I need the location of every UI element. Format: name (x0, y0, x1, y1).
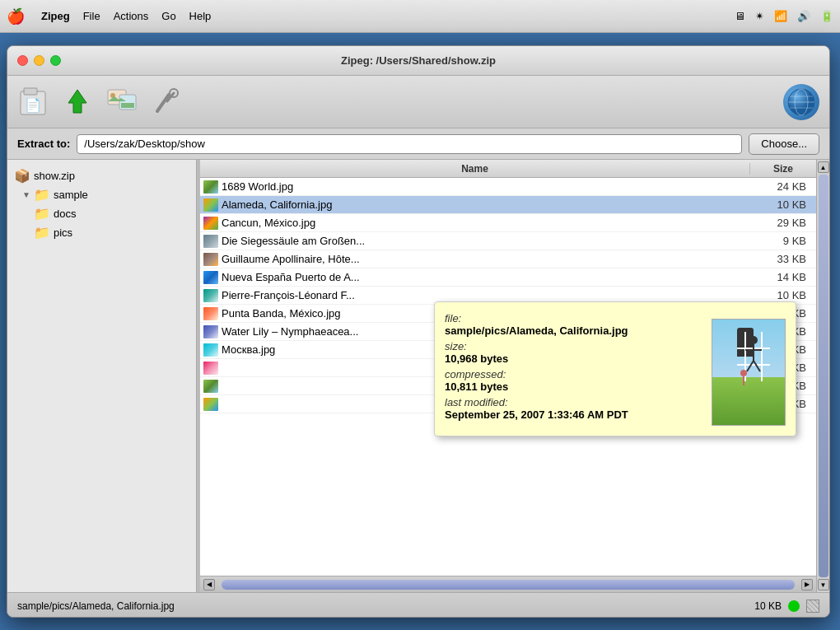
table-row[interactable]: Nueva España Puerto de A...14 KB (200, 268, 816, 287)
tools-icon (151, 86, 182, 118)
maximize-button[interactable] (50, 55, 61, 66)
menubar-help[interactable]: Help (189, 10, 212, 22)
table-row[interactable]: Die Siegessäule am Großen...9 KB (200, 232, 816, 250)
status-hatch (806, 600, 819, 613)
file-thumbnail (203, 380, 218, 393)
sidebar-pics-label: pics (54, 226, 72, 239)
tools-button[interactable] (151, 86, 182, 118)
table-row[interactable]: Alameda, California.jpg10 KB (200, 196, 816, 214)
sidebar-item-sample[interactable]: ▼ 📁 sample (11, 185, 193, 204)
file-name-label: Cancun, México.jpg (222, 217, 755, 229)
table-row[interactable]: Guillaume Apollinaire, Hôte...33 KB (200, 250, 816, 268)
tooltip-size-value: 10,968 bytes (445, 352, 703, 365)
wifi-icon: 📶 (774, 10, 787, 22)
file-name-label: Alameda, California.jpg (222, 198, 755, 211)
extract-bar: Extract to: /Users/zak/Desktop/show Choo… (7, 128, 829, 160)
file-thumbnail (203, 253, 218, 266)
battery-icon: 🔋 (820, 10, 833, 22)
sidebar-item-pics[interactable]: 📁 pics (11, 223, 193, 242)
svg-rect-8 (121, 103, 134, 108)
file-thumbnail (203, 362, 218, 375)
file-name-label: 1689 World.jpg (222, 180, 755, 193)
svg-point-26 (740, 370, 747, 376)
vertical-scrollbar[interactable]: ▲ ▼ (816, 160, 829, 592)
tooltip-preview (712, 319, 786, 426)
minimize-button[interactable] (34, 55, 44, 66)
svg-rect-1 (24, 88, 37, 95)
sidebar-docs-label: docs (54, 208, 76, 220)
svg-line-9 (157, 95, 169, 111)
file-name-label: Nueva España Puerto de A... (222, 271, 755, 283)
horizontal-scroll-track[interactable] (222, 580, 795, 590)
statusbar: sample/pics/Alameda, California.jpg 10 K… (7, 592, 829, 618)
titlebar: Zipeg: /Users/Shared/show.zip (7, 46, 829, 76)
svg-point-21 (749, 336, 758, 344)
toolbar: 📄 (7, 76, 829, 128)
file-size-label: 29 KB (755, 217, 813, 229)
column-header-name[interactable]: Name (200, 163, 750, 175)
window-title: Zipeg: /Users/Shared/show.zip (341, 54, 496, 67)
table-row[interactable]: Cancun, México.jpg29 KB (200, 214, 816, 232)
menubar-file[interactable]: File (83, 10, 100, 22)
svg-line-25 (754, 361, 760, 371)
svg-line-24 (747, 361, 754, 371)
extract-path-field[interactable]: /Users/zak/Desktop/show (77, 134, 742, 154)
file-thumbnail (203, 325, 218, 338)
file-thumbnail (203, 307, 218, 320)
archive-icon (62, 86, 93, 118)
choose-button[interactable]: Choose... (749, 133, 819, 155)
sample-folder-icon: 📁 (34, 187, 50, 203)
traffic-lights (17, 55, 61, 66)
file-size-label: 10 KB (755, 198, 813, 211)
file-tooltip: file: sample/pics/Alameda, California.jp… (434, 301, 796, 436)
scroll-down-button[interactable]: ▼ (818, 579, 829, 590)
sidebar-item-docs[interactable]: 📁 docs (11, 204, 193, 223)
extract-button[interactable]: 📄 (17, 86, 49, 118)
file-thumbnail (203, 217, 218, 230)
file-thumbnail (203, 289, 218, 302)
tooltip-size-label: size: (445, 340, 703, 352)
file-thumbnail (203, 198, 218, 212)
file-size-label: 14 KB (755, 271, 813, 283)
file-name-label: Die Siegessäule am Großen... (222, 235, 755, 247)
tooltip-modified-value: September 25, 2007 1:33:46 AM PDT (445, 408, 703, 421)
preview-icon (106, 86, 138, 118)
sidebar-showzip-label: show.zip (34, 170, 75, 182)
menubar: 🍎 Zipeg File Actions Go Help 🖥 ✴ 📶 🔊 🔋 (0, 0, 840, 33)
svg-marker-3 (68, 90, 86, 113)
extract-icon: 📄 (17, 86, 49, 118)
menubar-go[interactable]: Go (161, 10, 175, 22)
file-thumbnail (203, 343, 218, 357)
scroll-right-button[interactable]: ▶ (801, 579, 813, 590)
tooltip-file-value: sample/pics/Alameda, California.jpg (445, 324, 703, 337)
vertical-scroll-thumb[interactable] (819, 175, 828, 577)
status-indicator (788, 600, 800, 612)
archive-button[interactable] (62, 86, 93, 118)
file-thumbnail (203, 180, 218, 194)
volume-icon: 🔊 (797, 10, 810, 22)
file-size-label: 9 KB (755, 235, 813, 247)
file-size-label: 10 KB (755, 289, 813, 301)
status-size: 10 KB (754, 600, 782, 612)
preview-button[interactable] (106, 86, 138, 118)
status-path: sample/pics/Alameda, California.jpg (17, 600, 748, 612)
pics-folder-icon: 📁 (34, 225, 50, 240)
menubar-actions[interactable]: Actions (114, 10, 149, 22)
horizontal-scrollbar[interactable]: ◀ ▶ (200, 576, 816, 592)
table-row[interactable]: 1689 World.jpg24 KB (200, 178, 816, 196)
globe-button[interactable] (783, 84, 819, 120)
scroll-left-button[interactable]: ◀ (203, 579, 215, 590)
close-button[interactable] (17, 55, 28, 66)
file-name-label: Guillaume Apollinaire, Hôte... (222, 253, 755, 265)
zip-icon: 📦 (14, 168, 30, 184)
sidebar-item-showzip[interactable]: 📦 show.zip (11, 166, 193, 185)
sidebar: 📦 show.zip ▼ 📁 sample 📁 docs 📁 pics (7, 160, 197, 592)
tooltip-compressed-label: compressed: (445, 368, 703, 380)
menubar-app-name[interactable]: Zipeg (41, 10, 70, 22)
menubar-right-icons: 🖥 ✴ 📶 🔊 🔋 (735, 10, 833, 22)
tooltip-file-label: file: (445, 312, 703, 324)
column-header-size[interactable]: Size (750, 163, 816, 175)
apple-menu[interactable]: 🍎 (7, 7, 25, 26)
file-thumbnail (203, 271, 218, 284)
scroll-up-button[interactable]: ▲ (818, 161, 829, 173)
